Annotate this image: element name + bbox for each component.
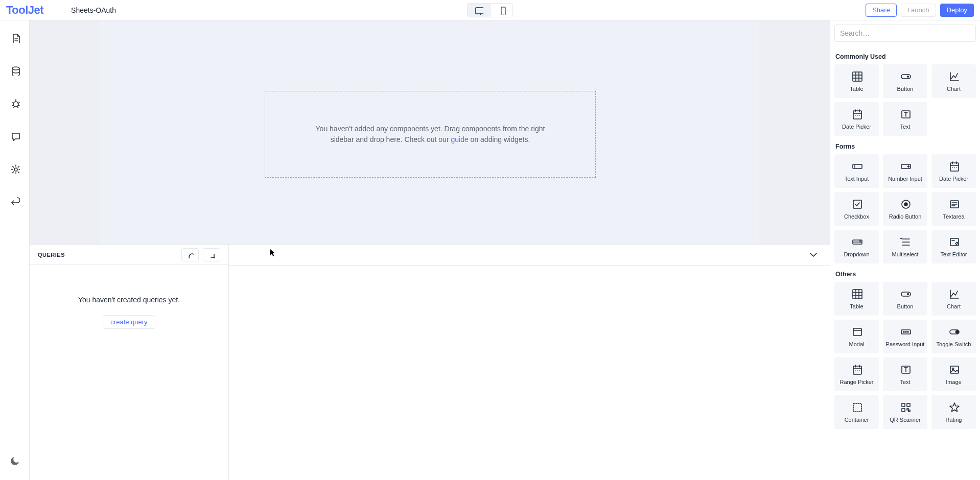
component-table[interactable]: Table	[834, 282, 879, 316]
rail-pages[interactable]	[9, 32, 21, 44]
canvas[interactable]: You haven't added any components yet. Dr…	[30, 20, 830, 244]
component-label: Button	[897, 86, 914, 92]
rail-settings[interactable]	[9, 162, 21, 175]
rail-datasources[interactable]	[9, 64, 21, 77]
chart-icon	[948, 288, 960, 299]
canvas-empty-message: You haven't added any components yet. Dr…	[306, 124, 554, 145]
component-label: Modal	[849, 341, 865, 347]
table-icon	[851, 70, 862, 82]
component-text[interactable]: Text	[883, 357, 927, 391]
component-radio-button[interactable]: Radio Button	[883, 192, 927, 226]
component-grid: TableButtonChartDate PickerText	[834, 64, 976, 136]
queries-main	[229, 245, 830, 480]
component-search-input[interactable]	[834, 25, 976, 42]
theme-toggle[interactable]	[9, 454, 20, 466]
create-query-button[interactable]: create query	[103, 315, 155, 329]
component-table[interactable]: Table	[834, 64, 879, 98]
cursor-icon	[270, 249, 276, 257]
component-section-title: Forms	[835, 143, 975, 150]
viewport-toggle	[467, 3, 513, 17]
component-text[interactable]: Text	[883, 102, 927, 136]
checkbox-icon	[851, 198, 862, 209]
text-icon	[900, 108, 911, 119]
radio-icon	[900, 198, 911, 209]
rail-debug[interactable]	[9, 97, 21, 109]
multiselect-icon	[900, 236, 911, 247]
calendar-icon	[851, 364, 862, 375]
container-icon	[851, 401, 862, 413]
queries-add-button[interactable]	[203, 248, 220, 261]
component-label: Table	[850, 303, 863, 309]
component-text-input[interactable]: Text Input	[834, 154, 879, 188]
rail-undo[interactable]	[9, 195, 21, 207]
component-container[interactable]: Container	[834, 395, 879, 429]
component-section-title: Commonly Used	[835, 53, 975, 60]
component-label: Textarea	[943, 213, 964, 220]
component-modal[interactable]: Modal	[834, 320, 879, 353]
component-label: Text Editor	[941, 251, 967, 257]
component-label: Table	[850, 86, 863, 92]
component-label: QR Scanner	[890, 417, 921, 423]
viewport-desktop-button[interactable]	[468, 4, 490, 17]
component-button[interactable]: Button	[883, 64, 927, 98]
component-checkbox[interactable]: Checkbox	[834, 192, 879, 226]
deploy-button[interactable]: Deploy	[940, 4, 974, 17]
modal-icon	[851, 326, 862, 337]
viewport-mobile-button[interactable]	[490, 4, 512, 17]
queries-collapse-button[interactable]	[807, 249, 819, 260]
component-text-editor[interactable]: Text Editor	[931, 230, 976, 263]
header-actions: Share Launch Deploy	[866, 4, 974, 17]
component-label: Chart	[947, 86, 961, 92]
component-label: Number Input	[888, 176, 922, 182]
component-qr-scanner[interactable]: QR Scanner	[883, 395, 927, 429]
queries-sidebar: QUERIES You haven't created queries yet.…	[30, 245, 229, 480]
component-chart[interactable]: Chart	[931, 64, 976, 98]
component-date-picker[interactable]: Date Picker	[931, 154, 976, 188]
app-title[interactable]: Sheets-OAuth	[71, 6, 116, 14]
component-image[interactable]: Image	[931, 357, 976, 391]
component-label: Button	[897, 303, 914, 309]
component-multiselect[interactable]: Multiselect	[883, 230, 927, 263]
component-label: Image	[946, 379, 962, 385]
canvas-dropzone[interactable]: You haven't added any components yet. Dr…	[265, 91, 596, 178]
password-icon	[900, 326, 911, 337]
comment-icon	[10, 131, 20, 141]
queries-search-button[interactable]	[181, 248, 199, 261]
share-button[interactable]: Share	[866, 4, 897, 17]
rail-comments[interactable]	[9, 130, 21, 142]
component-number-input[interactable]: Number Input	[883, 154, 927, 188]
component-range-picker[interactable]: Range Picker	[834, 357, 879, 391]
guide-link[interactable]: guide	[451, 135, 468, 143]
component-label: Text	[900, 124, 910, 130]
component-grid: TableButtonChartModalPassword InputToggl…	[834, 282, 976, 429]
components-scroll[interactable]: Commonly UsedTableButtonChartDate Picker…	[830, 46, 980, 480]
textinput-icon	[851, 160, 862, 172]
logo[interactable]: ToolJet	[6, 4, 43, 17]
plus-icon	[208, 251, 215, 258]
component-grid: Text InputNumber InputDate PickerCheckbo…	[834, 154, 976, 263]
component-section-title: Others	[835, 271, 975, 278]
component-dropdown[interactable]: Dropdown	[834, 230, 879, 263]
component-date-picker[interactable]: Date Picker	[834, 102, 879, 136]
launch-button[interactable]: Launch	[901, 4, 936, 17]
queries-empty-message: You haven't created queries yet.	[78, 296, 180, 304]
component-password-input[interactable]: Password Input	[883, 320, 927, 353]
database-icon	[10, 65, 20, 76]
left-rail	[0, 20, 30, 480]
button-icon	[900, 70, 911, 82]
mobile-icon	[497, 6, 506, 15]
component-textarea[interactable]: Textarea	[931, 192, 976, 226]
star-icon	[948, 401, 960, 413]
component-button[interactable]: Button	[883, 282, 927, 316]
component-label: Toggle Switch	[937, 341, 971, 347]
image-icon	[948, 364, 960, 375]
component-toggle-switch[interactable]: Toggle Switch	[931, 320, 976, 353]
toggle-icon	[948, 326, 960, 337]
component-label: Password Input	[886, 341, 925, 347]
bug-icon	[10, 98, 20, 108]
components-panel: Commonly UsedTableButtonChartDate Picker…	[830, 20, 980, 480]
undo-icon	[10, 196, 20, 206]
component-chart[interactable]: Chart	[931, 282, 976, 316]
component-label: Rating	[946, 417, 962, 423]
component-rating[interactable]: Rating	[931, 395, 976, 429]
